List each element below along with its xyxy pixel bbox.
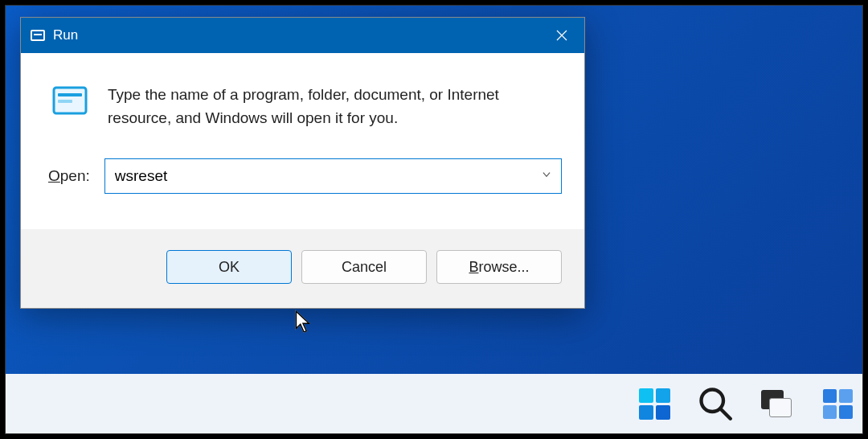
start-icon	[639, 388, 670, 420]
dialog-title: Run	[53, 27, 78, 43]
svg-rect-2	[58, 100, 72, 103]
desktop-background: Run Type the name of a program, folder, …	[5, 5, 863, 434]
widgets-button[interactable]	[817, 384, 858, 424]
svg-line-4	[720, 408, 731, 419]
run-large-icon	[51, 85, 88, 116]
run-icon	[31, 30, 45, 41]
svg-rect-1	[58, 93, 82, 96]
open-input[interactable]	[104, 158, 562, 194]
cursor-icon	[293, 310, 313, 337]
taskview-button[interactable]	[756, 384, 796, 424]
titlebar[interactable]: Run	[21, 18, 584, 53]
cancel-button[interactable]: Cancel	[301, 250, 427, 284]
start-button[interactable]	[634, 384, 674, 424]
browse-button[interactable]: Browse...	[436, 250, 562, 284]
taskview-icon	[761, 390, 792, 417]
open-combobox[interactable]	[104, 158, 562, 194]
search-button[interactable]	[695, 384, 735, 424]
close-button[interactable]	[539, 18, 584, 53]
title-left: Run	[31, 27, 78, 43]
chevron-down-icon[interactable]	[541, 169, 552, 183]
search-icon	[695, 384, 735, 424]
taskbar	[6, 374, 862, 433]
dialog-body: Type the name of a program, folder, docu…	[21, 53, 584, 229]
widgets-icon	[823, 389, 853, 419]
close-icon	[555, 28, 569, 43]
run-dialog: Run Type the name of a program, folder, …	[20, 17, 585, 309]
button-row: OK Cancel Browse...	[21, 229, 584, 308]
ok-button[interactable]: OK	[166, 250, 292, 284]
browse-rest: rowse...	[478, 259, 529, 275]
dialog-description: Type the name of a program, folder, docu…	[108, 84, 542, 129]
open-label: Open:	[48, 167, 90, 185]
